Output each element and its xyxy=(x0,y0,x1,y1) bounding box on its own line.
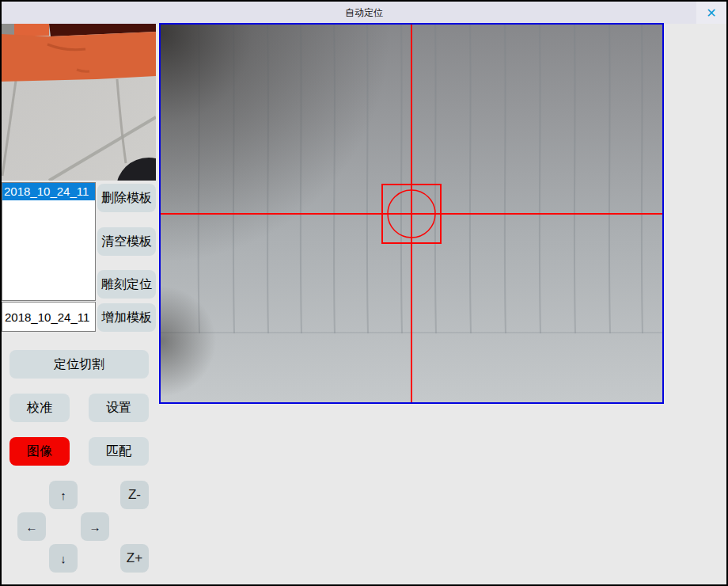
settings-button[interactable]: 设置 xyxy=(89,394,149,422)
template-name-input[interactable] xyxy=(2,302,96,332)
add-template-button[interactable]: 增加模板 xyxy=(97,303,156,332)
camera-photo xyxy=(161,25,662,402)
jog-down-button[interactable]: ↓ xyxy=(49,544,78,573)
close-icon: ✕ xyxy=(706,6,716,21)
jog-up-button[interactable]: ↑ xyxy=(49,481,78,509)
clear-templates-button[interactable]: 清空模板 xyxy=(97,227,156,256)
match-button[interactable]: 匹配 xyxy=(89,437,149,466)
image-button[interactable]: 图像 xyxy=(9,437,70,466)
jog-left-button[interactable]: ← xyxy=(17,512,46,541)
title-bar: 自动定位 xyxy=(2,2,726,24)
thumbnail-photo xyxy=(2,24,156,181)
z-plus-button[interactable]: Z+ xyxy=(120,544,149,573)
z-minus-button[interactable]: Z- xyxy=(120,481,149,509)
engrave-position-button[interactable]: 雕刻定位 xyxy=(97,270,156,299)
camera-view xyxy=(159,23,664,404)
jog-right-button[interactable]: → xyxy=(81,512,109,541)
list-item[interactable]: 2018_10_24_11 xyxy=(2,183,95,200)
template-list[interactable]: 2018_10_24_11 xyxy=(2,182,96,301)
delete-template-button[interactable]: 删除模板 xyxy=(97,184,156,212)
close-button[interactable]: ✕ xyxy=(696,2,726,24)
calibrate-button[interactable]: 校准 xyxy=(9,394,70,422)
template-thumbnail xyxy=(2,24,156,181)
auto-position-dialog: 自动定位 ✕ xyxy=(0,0,728,586)
position-cut-button[interactable]: 定位切割 xyxy=(9,350,149,379)
page-title: 自动定位 xyxy=(345,6,383,20)
